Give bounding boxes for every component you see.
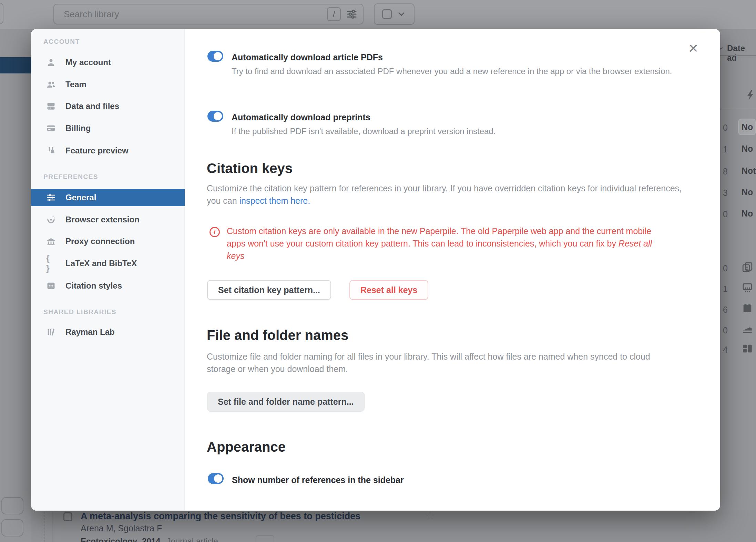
sidebar-item-team[interactable]: Team	[31, 74, 185, 94]
sidebar-item-feature-preview[interactable]: Feature preview	[31, 141, 185, 161]
paper-title[interactable]: A meta-analysis comparing the sensitivit…	[81, 511, 360, 522]
sidebar-item-my-account[interactable]: My account	[31, 52, 185, 72]
citation-keys-warning: Custom citation keys are only available …	[227, 225, 661, 262]
braces-icon: { }	[46, 259, 56, 268]
paper-authors: Arena M, Sgolastra F	[81, 523, 162, 533]
toggle-knob	[214, 52, 222, 60]
tree-guide-dashed	[44, 512, 45, 542]
flask-icon	[46, 146, 56, 155]
library-search[interactable]: /	[53, 4, 364, 24]
toggle-title: Show number of references in the sidebar	[232, 475, 404, 485]
select-all-checkbox[interactable]	[382, 9, 392, 19]
sidebar-item-label: Team	[65, 80, 86, 89]
sidebar-item-label: Data and files	[65, 101, 119, 111]
panel-divider	[52, 512, 53, 542]
ref-date: No	[742, 144, 753, 154]
clipped-toolbar-button	[0, 3, 3, 24]
inspect-them-here-link[interactable]: inspect them here.	[239, 196, 310, 205]
quote-icon	[46, 281, 56, 291]
file-folder-heading: File and folder names	[207, 328, 348, 343]
grid-icon	[742, 343, 753, 356]
pages-icon	[742, 261, 753, 274]
ref-date: No	[742, 209, 753, 219]
toggle-knob	[214, 474, 222, 483]
paper-row-checkbox[interactable]	[63, 512, 72, 521]
select-all-dropdown[interactable]	[374, 3, 415, 25]
paper-year: 2014	[142, 536, 160, 542]
sidebar-item-citation-styles[interactable]: Citation styles	[31, 276, 185, 296]
toggle-title: Automatically download preprints	[232, 112, 370, 122]
toggle-title: Automatically download article PDFs	[232, 52, 383, 62]
reset-all-keys-button[interactable]: Reset all keys	[349, 280, 428, 300]
slash-shortcut-badge: /	[327, 7, 341, 21]
ref-date: No	[742, 187, 753, 197]
server-icon	[46, 101, 56, 111]
sidebar-item-label: Rayman Lab	[65, 327, 115, 337]
sidebar-item-proxy-connection[interactable]: Proxy connection	[31, 231, 185, 251]
background-selected-sidebar-item	[0, 57, 31, 73]
bank-icon	[46, 237, 56, 246]
paper-meta-badge	[256, 535, 274, 542]
sliders-icon	[46, 193, 56, 202]
section-label-shared-libraries: SHARED LIBRARIES	[43, 308, 116, 316]
settings-modal: ACCOUNT My account Team Data and files B…	[31, 29, 720, 511]
toggle-auto-download-pdfs[interactable]	[207, 51, 223, 62]
ref-date: Not	[742, 166, 756, 176]
app-root: / Date ad 0 No 1 No 8 Not 3 No 0 No 0	[0, 0, 756, 542]
paper-type: Journal article	[166, 536, 218, 542]
set-file-folder-pattern-button[interactable]: Set file and folder name pattern...	[207, 392, 365, 412]
sidebar-item-label: Feature preview	[65, 146, 129, 155]
card-icon	[46, 123, 56, 133]
library-icon	[46, 327, 56, 337]
sidebar-item-browser-extension[interactable]: Browser extension	[31, 210, 185, 230]
sidebar-item-label: My account	[65, 58, 111, 67]
lightning-bolt-icon[interactable]	[745, 89, 756, 102]
presentation-icon	[742, 282, 753, 295]
chrome-icon	[46, 215, 56, 224]
toggle-show-reference-counts[interactable]	[208, 473, 224, 484]
sidebar-item-label: General	[65, 193, 96, 202]
citation-keys-description: Customize the citation key pattern for r…	[207, 182, 689, 207]
users-icon	[46, 80, 56, 89]
citation-keys-heading: Citation keys	[207, 161, 293, 176]
sidebar-item-label: Browser extension	[65, 215, 140, 224]
toggle-description: If the published PDF isn't available, do…	[232, 126, 680, 137]
section-label-preferences: PREFERENCES	[43, 173, 98, 181]
section-label-account: ACCOUNT	[43, 38, 80, 46]
set-citation-key-pattern-button[interactable]: Set citation key pattern...	[207, 280, 331, 300]
file-folder-description: Customize file and folder naming for all…	[207, 350, 675, 375]
sidebar-item-general[interactable]: General	[31, 189, 185, 206]
background-button-outline	[1, 497, 23, 514]
search-input[interactable]	[63, 9, 327, 20]
sidebar-item-billing[interactable]: Billing	[31, 118, 185, 138]
star-icon[interactable]: ☆	[425, 510, 435, 521]
ref-date: No	[742, 122, 753, 132]
toggle-description: Try to find and download an associated P…	[232, 66, 680, 77]
sidebar-item-rayman-lab[interactable]: Rayman Lab	[31, 322, 185, 342]
sidebar-item-data-and-files[interactable]: Data and files	[31, 96, 185, 116]
sidebar-item-latex-bibtex[interactable]: { } LaTeX and BibTeX	[31, 253, 185, 273]
warning-text: Custom citation keys are only available …	[227, 226, 651, 248]
user-icon	[46, 58, 56, 67]
sidebar-item-label: Citation styles	[65, 281, 122, 291]
chevron-down-icon	[397, 9, 406, 19]
appearance-heading: Appearance	[207, 439, 286, 455]
paper-journal: Ecotoxicology	[81, 536, 137, 542]
book-icon	[742, 303, 753, 316]
close-icon[interactable]: ✕	[685, 40, 702, 57]
info-icon: i	[210, 227, 220, 237]
filter-sliders-icon[interactable]	[346, 8, 358, 20]
date-added-column-header[interactable]: Date ad	[727, 43, 756, 63]
sidebar-item-label: Billing	[65, 123, 91, 133]
toggle-knob	[214, 112, 222, 120]
background-button-outline	[1, 519, 23, 536]
toggle-auto-download-preprints[interactable]	[207, 111, 223, 122]
paper-meta: Ecotoxicology2014Journal article	[81, 536, 218, 542]
sidebar-item-label: LaTeX and BibTeX	[65, 259, 137, 268]
sidebar-item-label: Proxy connection	[65, 237, 135, 246]
stapler-icon	[742, 323, 753, 337]
table-divider	[720, 110, 756, 110]
table-divider	[720, 55, 756, 56]
